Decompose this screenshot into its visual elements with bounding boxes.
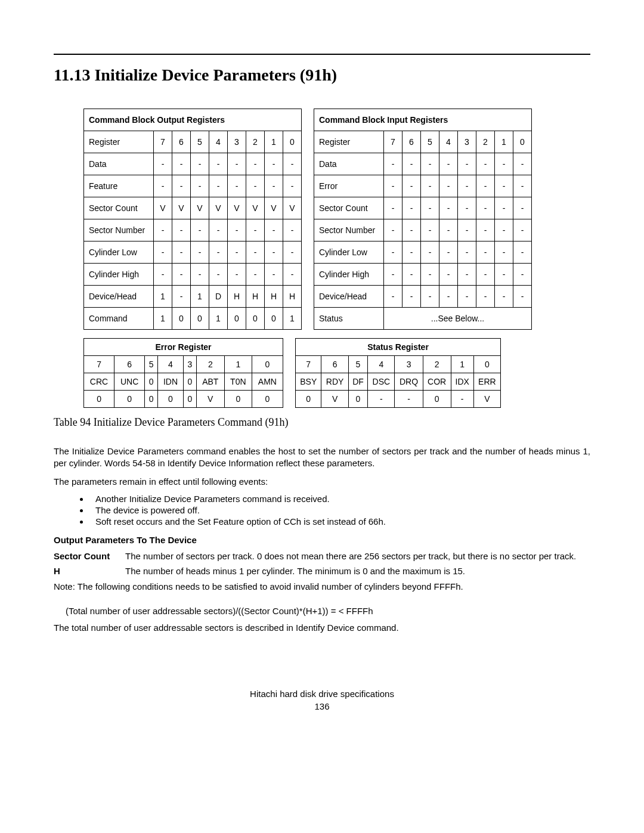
bit-cell: H bbox=[228, 286, 246, 308]
output-registers-title: Command Block Output Registers bbox=[84, 109, 302, 131]
bit-header: 0 bbox=[283, 131, 302, 153]
bit-cell: - bbox=[209, 264, 228, 286]
bit-cell: - bbox=[265, 241, 283, 264]
note-paragraph: Note: The following conditions needs to … bbox=[54, 581, 590, 593]
bit-value: 0 bbox=[224, 391, 252, 408]
bit-cell: - bbox=[154, 219, 172, 241]
bit-cell: H bbox=[265, 286, 283, 308]
param-h: H The number of heads minus 1 per cylind… bbox=[54, 566, 590, 576]
paragraph: The Initialize Device Parameters command… bbox=[54, 445, 590, 470]
bit-cell: - bbox=[513, 219, 532, 241]
bit-cell: - bbox=[476, 241, 495, 264]
bit-cell: - bbox=[458, 219, 476, 241]
table-row: Cylinder High-------- bbox=[314, 264, 532, 286]
bit-cell: V bbox=[246, 197, 265, 219]
bit-cell: - bbox=[402, 153, 421, 175]
closing-paragraph: The total number of user addressable sec… bbox=[54, 622, 590, 634]
bit-name: 0 bbox=[145, 373, 158, 391]
bit-header: 0 bbox=[252, 356, 283, 373]
bit-cell: - bbox=[513, 153, 532, 175]
bit-cell: 1 bbox=[154, 308, 172, 330]
bit-cell: - bbox=[458, 264, 476, 286]
bit-cell: H bbox=[283, 286, 302, 308]
bit-name: BSY bbox=[296, 373, 321, 391]
bit-header: 7 bbox=[154, 131, 172, 153]
bit-cell: - bbox=[439, 175, 458, 197]
bit-cell: - bbox=[154, 241, 172, 264]
register-label: Sector Number bbox=[314, 219, 384, 241]
table-row: Cylinder Low-------- bbox=[314, 241, 532, 264]
bit-cell: - bbox=[228, 264, 246, 286]
bit-cell: - bbox=[513, 241, 532, 264]
bit-cell: - bbox=[283, 219, 302, 241]
bit-cell: V bbox=[209, 197, 228, 219]
error-register-table: Error Register 7 6 5 4 3 2 1 0 CRC UNC 0… bbox=[83, 338, 283, 408]
bit-cell: - bbox=[384, 153, 402, 175]
bit-cell: - bbox=[421, 241, 439, 264]
bit-cell: - bbox=[154, 153, 172, 175]
table-row: Data-------- bbox=[84, 153, 302, 175]
bit-cell: - bbox=[172, 241, 191, 264]
table-row: Status...See Below... bbox=[314, 308, 532, 330]
bit-value: 0 bbox=[348, 391, 367, 408]
bit-value: 0 bbox=[296, 391, 321, 408]
input-registers-title: Command Block Input Registers bbox=[314, 109, 532, 131]
table-row: Command10010001 bbox=[84, 308, 302, 330]
bit-header: 5 bbox=[191, 131, 209, 153]
bit-cell: - bbox=[495, 264, 513, 286]
bit-header: 7 bbox=[84, 356, 114, 373]
register-label: Device/Head bbox=[314, 286, 384, 308]
bit-name: ABT bbox=[196, 373, 224, 391]
bit-header: 6 bbox=[402, 131, 421, 153]
register-col-label: Register bbox=[84, 131, 154, 153]
bit-cell: - bbox=[191, 175, 209, 197]
bit-cell: 1 bbox=[209, 308, 228, 330]
bit-header: 0 bbox=[473, 356, 500, 373]
bit-cell: - bbox=[513, 264, 532, 286]
register-label: Status bbox=[314, 308, 384, 330]
table-row: Error-------- bbox=[314, 175, 532, 197]
bit-cell: - bbox=[209, 241, 228, 264]
bit-cell: 0 bbox=[228, 308, 246, 330]
bit-header: 6 bbox=[114, 356, 145, 373]
bit-cell: - bbox=[384, 219, 402, 241]
bit-cell: - bbox=[439, 153, 458, 175]
bit-cell: - bbox=[384, 264, 402, 286]
table-row: Device/Head-------- bbox=[314, 286, 532, 308]
bit-header: 2 bbox=[246, 131, 265, 153]
bit-cell: - bbox=[476, 264, 495, 286]
table-row: Device/Head1-1DHHHH bbox=[84, 286, 302, 308]
bit-cell: - bbox=[265, 175, 283, 197]
bit-header: 1 bbox=[451, 356, 473, 373]
bit-cell: - bbox=[191, 241, 209, 264]
section-heading: 11.13 Initialize Device Parameters (91h) bbox=[54, 66, 590, 85]
bit-value: - bbox=[451, 391, 473, 408]
bit-cell: 0 bbox=[172, 308, 191, 330]
bit-cell: 0 bbox=[265, 308, 283, 330]
bit-cell: - bbox=[265, 153, 283, 175]
bit-cell: V bbox=[283, 197, 302, 219]
register-label: Error bbox=[314, 175, 384, 197]
bit-cell: - bbox=[476, 175, 495, 197]
bit-cell: - bbox=[495, 219, 513, 241]
bit-cell: - bbox=[402, 286, 421, 308]
table-row: Sector Count-------- bbox=[314, 197, 532, 219]
bullet-list: Another Initialize Device Parameters com… bbox=[54, 494, 590, 527]
bit-cell: - bbox=[402, 241, 421, 264]
bit-cell: - bbox=[172, 286, 191, 308]
bit-cell: - bbox=[283, 264, 302, 286]
bit-cell: - bbox=[495, 175, 513, 197]
bit-cell: - bbox=[439, 286, 458, 308]
bit-value: V bbox=[196, 391, 224, 408]
bit-header: 5 bbox=[145, 356, 158, 373]
bit-cell: - bbox=[421, 264, 439, 286]
bit-cell: - bbox=[246, 219, 265, 241]
bit-header: 7 bbox=[296, 356, 321, 373]
bit-cell: - bbox=[246, 175, 265, 197]
bit-header: 1 bbox=[265, 131, 283, 153]
bit-header: 2 bbox=[196, 356, 224, 373]
error-register-title: Error Register bbox=[84, 339, 283, 356]
bit-value: V bbox=[473, 391, 500, 408]
register-label: Sector Count bbox=[314, 197, 384, 219]
bit-cell: - bbox=[172, 153, 191, 175]
